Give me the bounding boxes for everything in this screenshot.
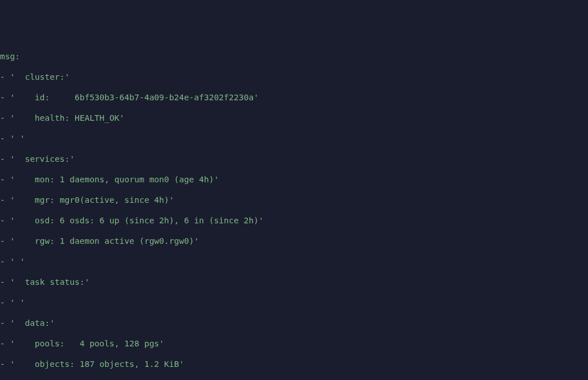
msg-line: - ' pools: 4 pools, 128 pgs' <box>0 338 588 349</box>
msg-line: - ' mgr: mgr0(active, since 4h)' <box>0 195 588 205</box>
msg-line: - ' rgw: 1 daemon active (rgw0.rgw0)' <box>0 236 588 246</box>
msg-line: - ' mon: 1 daemons, quorum mon0 (age 4h)… <box>0 174 588 185</box>
msg-line: - ' services:' <box>0 154 588 164</box>
msg-line: - ' ' <box>0 133 588 144</box>
msg-line: - ' data:' <box>0 318 588 328</box>
msg-line: - ' task status:' <box>0 277 588 287</box>
msg-line: - ' ' <box>0 297 588 308</box>
terminal-output: msg: - ' cluster:' - ' id: 6bf530b3-64b7… <box>0 41 588 380</box>
msg-line: - ' cluster:' <box>0 72 588 82</box>
msg-line: - ' osd: 6 osds: 6 up (since 2h), 6 in (… <box>0 215 588 226</box>
msg-line: - ' health: HEALTH_OK' <box>0 113 588 123</box>
msg-line: - ' objects: 187 objects, 1.2 KiB' <box>0 359 588 369</box>
msg-line: - ' ' <box>0 256 588 267</box>
msg-label: msg: <box>0 51 588 62</box>
msg-line: - ' id: 6bf530b3-64b7-4a09-b24e-af3202f2… <box>0 92 588 103</box>
